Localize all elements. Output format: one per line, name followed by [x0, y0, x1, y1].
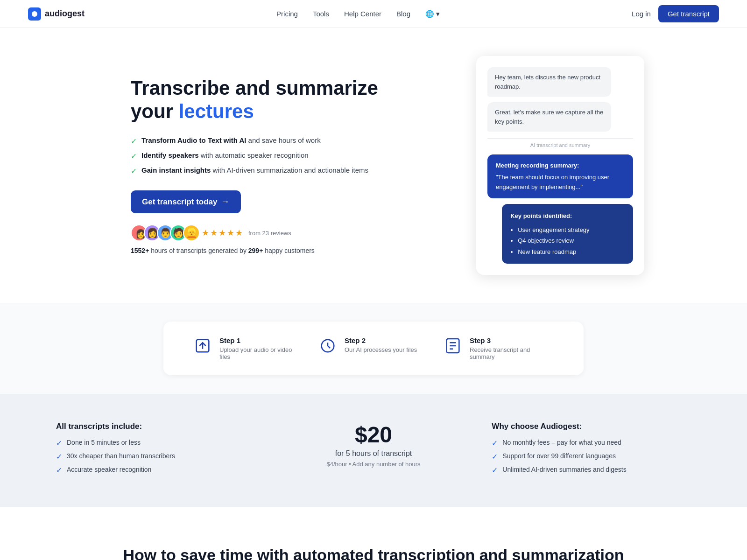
language-selector[interactable]: 🌐 ▾	[425, 10, 440, 18]
includes-list: ✓ Done in 5 minutes or less ✓ 30x cheape…	[56, 439, 255, 475]
keypoint-3: New feature roadmap	[518, 246, 625, 257]
star-rating: ★ ★ ★ ★ ★	[202, 228, 243, 238]
logo-text: audiogest	[45, 9, 85, 19]
step-2-content: Step 2 Our AI processes your files	[345, 336, 417, 353]
star-2: ★	[210, 228, 218, 238]
feature-2: ✓ Identify speakers with automatic speak…	[131, 151, 383, 161]
nav-links: Pricing Tools Help Center Blog 🌐 ▾	[276, 10, 440, 18]
hero-visual: Hey team, lets discuss the new product r…	[476, 56, 644, 275]
hero-stats: 1552+ hours of transcripts generated by …	[131, 247, 383, 254]
chevron-down-icon: ▾	[436, 10, 440, 18]
how-title: How to save time with automated transcri…	[28, 545, 719, 560]
check-icon-i1: ✓	[56, 439, 62, 448]
step-3-content: Step 3 Receive transcript and summary	[470, 336, 554, 360]
chat-message-1: Hey team, lets discuss the new product r…	[487, 67, 633, 97]
why-list: ✓ No monhtly fees – pay for what you nee…	[492, 439, 691, 475]
steps-inner: Step 1 Upload your audio or video files …	[163, 322, 584, 375]
nav-tools[interactable]: Tools	[313, 10, 329, 18]
include-3: ✓ Accurate speaker recognition	[56, 466, 255, 475]
price-description: for 5 hours of transcript	[274, 449, 473, 458]
process-icon	[318, 336, 337, 355]
chat-keypoints: Key points identified: User engagement s…	[502, 204, 633, 264]
chat-divider: AI transcript and summary	[487, 138, 633, 148]
why-1: ✓ No monhtly fees – pay for what you nee…	[492, 439, 691, 448]
check-icon-w1: ✓	[492, 439, 498, 448]
avatar-5: 👱	[183, 224, 200, 241]
review-count: from 23 reviews	[248, 230, 291, 237]
why-2: ✓ Support for over 99 different language…	[492, 452, 691, 461]
pricing-why: Why choose Audiogest: ✓ No monhtly fees …	[492, 422, 691, 479]
hero-section: Transcribe and summarize your lectures ✓…	[0, 28, 747, 303]
step-3: Step 3 Receive transcript and summary	[436, 336, 561, 360]
hero-title: Transcribe and summarize your lectures	[131, 77, 383, 124]
chat-bubble-1: Hey team, lets discuss the new product r…	[487, 67, 611, 97]
star-3: ★	[218, 228, 226, 238]
check-icon-i3: ✓	[56, 466, 62, 475]
pricing-section: All transcripts include: ✓ Done in 5 min…	[0, 394, 747, 507]
feature-1: ✓ Transform Audio to Text with AI and sa…	[131, 136, 383, 146]
nav-blog[interactable]: Blog	[396, 10, 410, 18]
steps-section: Step 1 Upload your audio or video files …	[0, 303, 747, 394]
keypoints-list: User engagement strategy Q4 objectives r…	[510, 224, 625, 257]
chat-widget: Hey team, lets discuss the new product r…	[476, 56, 644, 275]
nav-actions: Log in Get transcript	[632, 5, 719, 22]
hero-features: ✓ Transform Audio to Text with AI and sa…	[131, 136, 383, 175]
upload-icon	[193, 336, 212, 355]
check-icon-i2: ✓	[56, 452, 62, 461]
step-2: Step 2 Our AI processes your files	[311, 336, 436, 355]
star-4: ★	[227, 228, 234, 238]
logo[interactable]: audiogest	[28, 7, 85, 21]
why-3: ✓ Unlimited AI-driven summaries and dige…	[492, 466, 691, 475]
login-button[interactable]: Log in	[632, 10, 651, 18]
pricing-price: $20 for 5 hours of transcript $4/hour • …	[274, 422, 473, 468]
transcript-icon	[444, 336, 462, 355]
check-icon-3: ✓	[131, 167, 137, 175]
check-icon-w2: ✓	[492, 452, 498, 461]
get-transcript-nav-button[interactable]: Get transcript	[658, 5, 719, 22]
step-1: Step 1 Upload your audio or video files	[186, 336, 311, 360]
keypoint-2: Q4 objectives review	[518, 235, 625, 246]
svg-point-0	[32, 11, 37, 17]
globe-icon: 🌐	[425, 10, 434, 18]
chat-bubble-2: Great, let's make sure we capture all th…	[487, 102, 611, 132]
star-5: ★	[235, 228, 243, 238]
arrow-icon: →	[221, 197, 230, 207]
keypoint-1: User engagement strategy	[518, 224, 625, 235]
check-icon-1: ✓	[131, 137, 137, 146]
star-1: ★	[202, 228, 209, 238]
pricing-includes: All transcripts include: ✓ Done in 5 min…	[56, 422, 255, 479]
check-icon-2: ✓	[131, 152, 137, 161]
hero-content: Transcribe and summarize your lectures ✓…	[131, 77, 383, 255]
price-subtitle: $4/hour • Add any number of hours	[274, 461, 473, 468]
nav-help[interactable]: Help Center	[344, 10, 381, 18]
include-1: ✓ Done in 5 minutes or less	[56, 439, 255, 448]
get-transcript-cta-button[interactable]: Get transcript today →	[131, 190, 241, 213]
avatars: 👩 👨 🧑 👱	[131, 224, 196, 241]
nav-pricing[interactable]: Pricing	[276, 10, 298, 18]
logo-icon	[28, 7, 41, 21]
how-section: How to save time with automated transcri…	[0, 507, 747, 560]
include-2: ✓ 30x cheaper than human transcribers	[56, 452, 255, 461]
check-icon-w3: ✓	[492, 466, 498, 475]
chat-message-2: Great, let's make sure we capture all th…	[487, 102, 633, 132]
price-amount: $20	[274, 422, 473, 448]
step-1-content: Step 1 Upload your audio or video files	[219, 336, 303, 360]
feature-3: ✓ Gain instant insights with AI-driven s…	[131, 166, 383, 175]
navbar: audiogest Pricing Tools Help Center Blog…	[0, 0, 747, 28]
social-proof: 👩 👨 🧑 👱 ★ ★ ★ ★ ★ from 23 reviews	[131, 224, 383, 241]
chat-summary: Meeting recording summary: "The team sho…	[487, 154, 633, 198]
